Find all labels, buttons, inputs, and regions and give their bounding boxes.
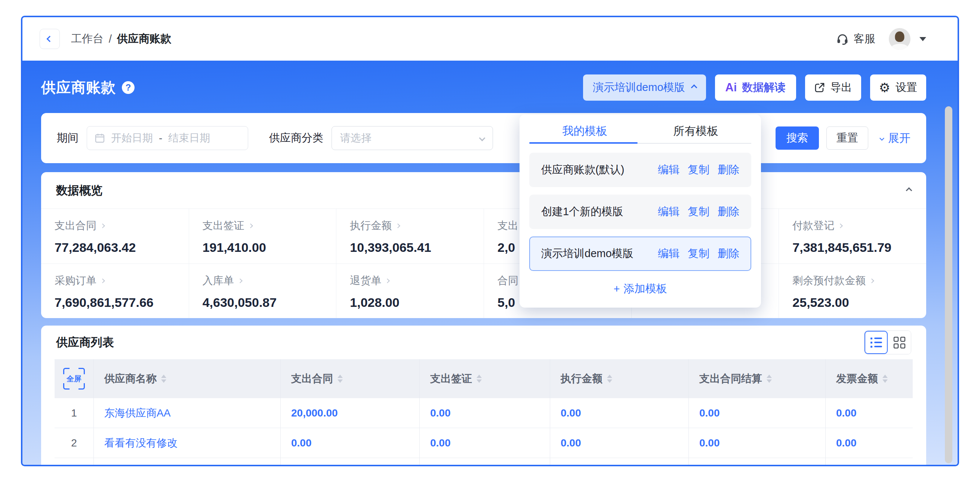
- reset-button[interactable]: 重置: [826, 126, 868, 150]
- supplier-name-link[interactable]: 看看有没有修改: [94, 428, 280, 458]
- cell-executed-amount[interactable]: 0.00: [550, 398, 689, 428]
- supplier-list-title: 供应商列表: [56, 335, 114, 350]
- edit-link[interactable]: 编辑: [658, 163, 679, 177]
- col-supplier-name[interactable]: 供应商名称: [94, 359, 280, 398]
- template-name: 供应商账款(默认): [541, 163, 624, 177]
- stat-remaining-prepayment[interactable]: 剩余预付款金额 25,523.00: [778, 263, 926, 318]
- expand-link[interactable]: 展开: [880, 131, 910, 146]
- template-name: 创建1个新的模版: [541, 204, 623, 219]
- stat-expense-contract[interactable]: 支出合同 77,284,063.42: [41, 209, 189, 263]
- sort-icon: [477, 375, 482, 383]
- edit-link[interactable]: 编辑: [658, 246, 679, 261]
- sort-icon: [883, 375, 888, 383]
- date-range-input[interactable]: 开始日期 - 结束日期: [87, 126, 248, 150]
- stat-executed-amount[interactable]: 执行金额 10,393,065.41: [336, 209, 484, 263]
- overview-header: 数据概览: [41, 172, 926, 209]
- range-separator: -: [159, 132, 162, 144]
- cell-expense-visa[interactable]: 0.00: [419, 428, 550, 458]
- page-title: 供应商账款: [41, 77, 116, 98]
- grid-view-button[interactable]: [888, 331, 911, 354]
- tab-all-templates[interactable]: 所有模板: [640, 119, 751, 143]
- list-view-button[interactable]: [864, 331, 888, 354]
- template-item[interactable]: 创建1个新的模版 编辑 复制 删除: [529, 195, 751, 229]
- stats-grid: 支出合同 77,284,063.42 支出签证 191,410.00 执行金额 …: [41, 209, 926, 318]
- breadcrumb-separator: /: [109, 33, 112, 45]
- back-button[interactable]: [40, 29, 60, 49]
- stat-inbound-order[interactable]: 入库单 4,630,050.87: [189, 263, 336, 318]
- copy-link[interactable]: 复制: [688, 163, 710, 177]
- plus-icon: +: [614, 283, 620, 295]
- template-item[interactable]: 供应商账款(默认) 编辑 复制 删除: [529, 153, 751, 187]
- tab-my-templates[interactable]: 我的模板: [529, 119, 640, 143]
- breadcrumb: 工作台 / 供应商账款: [71, 32, 171, 46]
- list-view-icon: [870, 337, 882, 348]
- chevron-right-icon: [869, 278, 874, 283]
- cell-contract-settlement[interactable]: 0.00: [689, 398, 825, 428]
- template-dropdown: 我的模板 所有模板 供应商账款(默认) 编辑 复制 删除 创建1个新的模版: [520, 115, 761, 308]
- col-expense-contract[interactable]: 支出合同: [280, 359, 419, 398]
- active-tab-indicator: [529, 142, 638, 144]
- chevron-right-icon: [395, 224, 400, 228]
- export-button[interactable]: 导出: [805, 75, 861, 101]
- cell-invoice-amount[interactable]: 0.00: [825, 428, 913, 458]
- supplier-name-link[interactable]: 东海供应商AA: [94, 398, 280, 428]
- headset-icon: [836, 32, 849, 46]
- ai-interpret-button[interactable]: Ai 数据解读: [715, 75, 796, 101]
- collapse-icon[interactable]: [906, 187, 912, 193]
- settings-button[interactable]: ⚙ 设置: [870, 75, 926, 101]
- support-label: 客服: [854, 32, 875, 46]
- overview-title: 数据概览: [56, 183, 102, 198]
- help-icon[interactable]: ?: [122, 81, 135, 94]
- cell-executed-amount[interactable]: 0.00: [550, 428, 689, 458]
- chevron-left-icon: [47, 36, 53, 42]
- template-item-selected[interactable]: 演示培训demo模版 编辑 复制 删除: [529, 236, 751, 271]
- ai-icon: Ai: [725, 81, 737, 94]
- category-select[interactable]: 请选择: [331, 126, 493, 150]
- topbar-right: 客服: [836, 28, 926, 50]
- template-name: 演示培训demo模版: [541, 246, 633, 261]
- stat-expense-visa[interactable]: 支出签证 191,410.00: [189, 209, 336, 263]
- col-executed-amount[interactable]: 执行金额: [550, 359, 689, 398]
- col-invoice-amount[interactable]: 发票金额: [825, 359, 913, 398]
- cell-expense-contract[interactable]: 0.00: [280, 428, 419, 458]
- cell-expense-visa[interactable]: 0.00: [419, 398, 550, 428]
- scrollbar[interactable]: [945, 106, 952, 463]
- page-content: 供应商账款 ? 演示培训demo模版 Ai 数据解读: [22, 61, 958, 465]
- search-button[interactable]: 搜索: [776, 126, 819, 150]
- copy-link[interactable]: 复制: [688, 204, 710, 219]
- avatar[interactable]: [889, 28, 910, 50]
- stat-payment-register[interactable]: 付款登记 7,381,845,651.79: [778, 209, 926, 263]
- stat-return-order[interactable]: 退货单 1,028.00: [336, 263, 484, 318]
- caret-down-icon[interactable]: [920, 37, 926, 41]
- stat-purchase-order[interactable]: 采购订单 7,690,861,577.66: [41, 263, 189, 318]
- fullscreen-button[interactable]: 全屏: [54, 359, 94, 398]
- copy-link[interactable]: 复制: [688, 246, 710, 261]
- col-expense-visa[interactable]: 支出签证: [419, 359, 550, 398]
- cell-expense-contract[interactable]: 20,000.00: [280, 398, 419, 428]
- chevron-right-icon: [385, 278, 390, 283]
- delete-link[interactable]: 删除: [718, 204, 739, 219]
- cell-invoice-amount[interactable]: 0.00: [825, 398, 913, 428]
- screen: 工作台 / 供应商账款 客服: [0, 0, 980, 479]
- calendar-icon: [95, 133, 105, 143]
- page-header: 供应商账款 ? 演示培训demo模版 Ai 数据解读: [41, 74, 926, 101]
- col-contract-settlement[interactable]: 支出合同结算: [689, 359, 825, 398]
- breadcrumb-workbench[interactable]: 工作台: [71, 32, 103, 46]
- table-row-clipped: [54, 458, 913, 465]
- edit-link[interactable]: 编辑: [658, 204, 679, 219]
- delete-link[interactable]: 删除: [718, 246, 739, 261]
- add-template-button[interactable]: + 添加模板: [529, 281, 751, 296]
- chevron-right-icon: [248, 224, 253, 228]
- cell-contract-settlement[interactable]: 0.00: [689, 428, 825, 458]
- tab-track: [529, 143, 751, 144]
- supplier-list-card: 供应商列表: [41, 326, 926, 465]
- table-row: 2 看看有没有修改 0.00 0.00 0.00 0.00 0.00: [54, 428, 913, 458]
- template-selector-button[interactable]: 演示培训demo模版: [583, 75, 706, 101]
- template-items: 供应商账款(默认) 编辑 复制 删除 创建1个新的模版 编辑 复制 删除: [529, 144, 751, 271]
- category-placeholder: 请选择: [340, 131, 372, 145]
- sort-icon: [161, 375, 166, 383]
- delete-link[interactable]: 删除: [718, 163, 739, 177]
- fullscreen-icon: 全屏: [63, 368, 85, 390]
- customer-support-button[interactable]: 客服: [836, 32, 875, 46]
- supplier-list-header: 供应商列表: [41, 326, 926, 359]
